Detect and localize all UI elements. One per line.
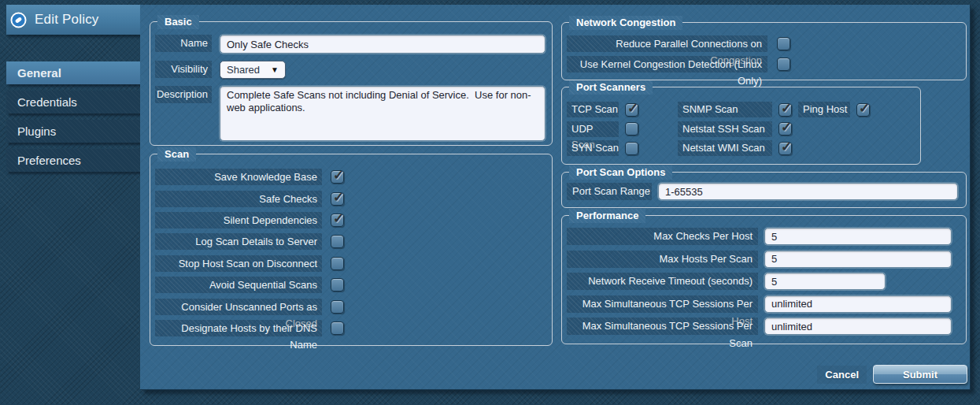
port-scan-range-input[interactable] — [658, 183, 958, 200]
scan-fieldset: Scan Save Knowledge Base Safe Checks Sil… — [150, 154, 553, 346]
scan-option-row: Safe Checks — [155, 188, 545, 209]
name-input[interactable] — [220, 35, 545, 54]
avoid-sequential-scans-label: Avoid Sequential Scans — [155, 277, 322, 293]
save-knowledge-base-label: Save Knowledge Base — [155, 169, 322, 185]
reduce-parallel-connections-label: Reduce Parallel Connections on Congestio… — [567, 35, 767, 52]
netstat-wmi-scan-label: Netstat WMI Scan — [678, 140, 772, 156]
sidebar-item-label: Plugins — [17, 124, 56, 138]
netstat-ssh-scan-cell: Netstat SSH Scan — [678, 121, 792, 137]
scan-option-row: Designate Hosts by their DNS Name — [155, 318, 545, 339]
silent-dependencies-label: Silent Dependencies — [155, 212, 322, 229]
sidebar-nav: General Credentials Plugins Preferences — [6, 61, 140, 178]
snmp-scan-cell: SNMP Scan — [678, 102, 792, 117]
stop-host-scan-checkbox[interactable] — [331, 257, 344, 270]
unscanned-ports-closed-label: Consider Unscanned Ports as Closed — [155, 299, 322, 315]
max-tcp-sessions-per-host-label: Max Simultaneous TCP Sessions Per Host — [567, 295, 758, 313]
silent-dependencies-checkbox[interactable] — [331, 214, 344, 227]
log-scan-details-label: Log Scan Details to Server — [155, 233, 322, 250]
sidebar-item-label: Credentials — [17, 95, 77, 109]
scan-option-row: Avoid Sequential Scans — [155, 274, 545, 295]
syn-scan-cell: SYN Scan — [567, 140, 638, 156]
udp-scan-label: UDP Scan — [567, 121, 619, 137]
sidebar-item-label: Preferences — [17, 154, 81, 167]
max-hosts-per-scan-input[interactable] — [764, 251, 952, 268]
scan-option-row: Stop Host Scan on Disconnect — [155, 253, 545, 274]
unscanned-ports-closed-checkbox[interactable] — [331, 300, 344, 314]
port-scanners-row: SYN Scan Netstat WMI Scan — [567, 139, 914, 158]
nessus-logo-icon — [10, 12, 27, 28]
port-scanners-fieldset: Port Scanners TCP Scan SNMP Scan Ping Ho… — [561, 87, 921, 165]
port-scanners-row: UDP Scan Netstat SSH Scan — [567, 120, 914, 139]
visibility-row: Visibility Shared ▼ — [155, 61, 545, 79]
footer-actions: Cancel Submit — [817, 365, 967, 384]
scan-option-row: Log Scan Details to Server — [155, 231, 545, 252]
scan-option-row: Save Knowledge Base — [155, 166, 545, 188]
reduce-parallel-connections-checkbox[interactable] — [777, 37, 790, 50]
cancel-button[interactable]: Cancel — [817, 366, 867, 384]
port-scanners-legend: Port Scanners — [569, 80, 653, 95]
port-scan-range-row: Port Scan Range — [567, 183, 958, 200]
visibility-selected-value: Shared — [227, 64, 260, 76]
sidebar-item-preferences[interactable]: Preferences — [6, 149, 140, 172]
stop-host-scan-label: Stop Host Scan on Disconnect — [155, 255, 322, 272]
port-scan-options-fieldset: Port Scan Options Port Scan Range — [561, 172, 967, 208]
netstat-wmi-scan-cell: Netstat WMI Scan — [678, 140, 792, 156]
tcp-scan-checkbox[interactable] — [625, 103, 638, 117]
kernel-congestion-detection-checkbox[interactable] — [777, 58, 790, 71]
basic-fieldset: Basic Name Visibility Shared ▼ Descripti… — [150, 21, 553, 146]
performance-row: Max Simultaneous TCP Sessions Per Scan — [567, 318, 958, 335]
chevron-down-icon: ▼ — [271, 65, 279, 74]
performance-legend: Performance — [569, 209, 645, 223]
syn-scan-label: SYN Scan — [567, 140, 619, 156]
netstat-wmi-scan-checkbox[interactable] — [778, 142, 792, 155]
max-checks-per-host-label: Max Checks Per Host — [567, 228, 758, 245]
safe-checks-label: Safe Checks — [155, 191, 322, 207]
scan-option-row: Consider Unscanned Ports as Closed — [155, 295, 545, 317]
visibility-select[interactable]: Shared ▼ — [220, 61, 286, 79]
max-hosts-per-scan-label: Max Hosts Per Scan — [567, 251, 758, 268]
kernel-congestion-detection-label: Use Kernel Congestion Detection (Linux O… — [567, 56, 767, 72]
sidebar-item-credentials[interactable]: Credentials — [6, 91, 140, 113]
avoid-sequential-scans-checkbox[interactable] — [331, 278, 344, 292]
description-label: Description — [155, 86, 212, 103]
max-checks-per-host-input[interactable] — [764, 228, 952, 245]
designate-hosts-dns-checkbox[interactable] — [331, 321, 344, 335]
netstat-ssh-scan-checkbox[interactable] — [778, 122, 792, 136]
safe-checks-checkbox[interactable] — [331, 192, 344, 206]
save-knowledge-base-checkbox[interactable] — [331, 170, 344, 184]
performance-row: Max Checks Per Host — [567, 228, 958, 245]
app-header: Edit Policy — [6, 5, 140, 35]
ping-host-checkbox[interactable] — [856, 103, 870, 117]
scan-option-row: Silent Dependencies — [155, 210, 545, 231]
page-title: Edit Policy — [35, 12, 99, 28]
performance-row: Max Simultaneous TCP Sessions Per Host — [567, 295, 958, 313]
tcp-scan-label: TCP Scan — [567, 102, 619, 117]
network-receive-timeout-input[interactable] — [764, 273, 886, 290]
name-label: Name — [155, 35, 212, 52]
sidebar-item-plugins[interactable]: Plugins — [6, 120, 140, 143]
description-textarea[interactable]: Complete Safe Scans not including Denial… — [220, 86, 545, 141]
max-tcp-sessions-per-scan-label: Max Simultaneous TCP Sessions Per Scan — [567, 318, 758, 335]
tcp-scan-cell: TCP Scan — [567, 102, 638, 117]
udp-scan-checkbox[interactable] — [625, 122, 638, 136]
max-tcp-sessions-per-host-input[interactable] — [764, 295, 952, 313]
submit-button[interactable]: Submit — [873, 365, 967, 384]
network-receive-timeout-label: Network Receive Timeout (seconds) — [567, 273, 758, 290]
snmp-scan-checkbox[interactable] — [778, 103, 792, 117]
port-scanners-row: TCP Scan SNMP Scan Ping Host — [567, 100, 914, 119]
sidebar-item-label: General — [17, 66, 61, 80]
name-row: Name — [155, 35, 545, 54]
performance-row: Network Receive Timeout (seconds) — [567, 273, 958, 290]
syn-scan-checkbox[interactable] — [625, 142, 638, 155]
main-panel: Basic Name Visibility Shared ▼ Descripti… — [140, 5, 971, 390]
max-tcp-sessions-per-scan-input[interactable] — [764, 318, 952, 335]
basic-legend: Basic — [157, 15, 199, 29]
network-congestion-fieldset: Network Congestion Reduce Parallel Conne… — [561, 22, 967, 80]
log-scan-details-checkbox[interactable] — [331, 235, 344, 248]
sidebar-item-general[interactable]: General — [6, 61, 140, 84]
snmp-scan-label: SNMP Scan — [678, 102, 772, 117]
network-congestion-row: Reduce Parallel Connections on Congestio… — [567, 33, 960, 54]
performance-row: Max Hosts Per Scan — [567, 251, 958, 268]
scan-legend: Scan — [157, 147, 196, 162]
description-row: Description Complete Safe Scans not incl… — [155, 86, 545, 141]
